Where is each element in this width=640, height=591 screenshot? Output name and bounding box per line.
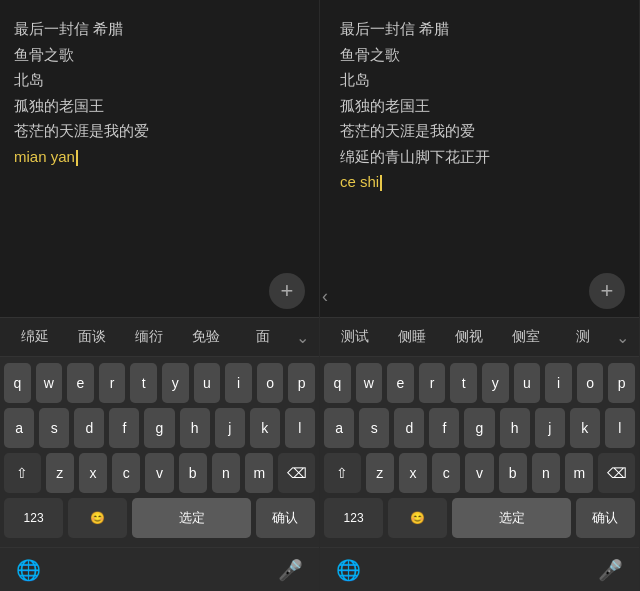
left-key-delete[interactable]: ⌫ — [278, 453, 315, 493]
right-bottom-bar: 🌐 🎤 — [320, 547, 639, 591]
left-key-k[interactable]: k — [250, 408, 280, 448]
left-key-t[interactable]: t — [130, 363, 157, 403]
right-key-r[interactable]: r — [419, 363, 446, 403]
right-key-emoji[interactable]: 😊 — [388, 498, 447, 538]
right-key-c[interactable]: c — [432, 453, 460, 493]
left-key-emoji[interactable]: 😊 — [68, 498, 127, 538]
left-bottom-bar: 🌐 🎤 — [0, 547, 319, 591]
left-keyboard: q w e r t y u i o p a s d f g h j k l ⇧ … — [0, 357, 319, 547]
left-key-space[interactable]: 选定 — [132, 498, 250, 538]
left-key-s[interactable]: s — [39, 408, 69, 448]
right-key-h[interactable]: h — [500, 408, 530, 448]
left-key-f[interactable]: f — [109, 408, 139, 448]
right-key-o[interactable]: o — [577, 363, 604, 403]
left-suggestion-5[interactable]: 面 — [235, 328, 292, 346]
left-line-2: 鱼骨之歌 — [14, 42, 305, 68]
left-line-1: 最后一封信 希腊 — [14, 16, 305, 42]
left-key-i[interactable]: i — [225, 363, 252, 403]
right-suggestion-5[interactable]: 测 — [555, 328, 612, 346]
right-globe-icon[interactable]: 🌐 — [336, 558, 361, 582]
right-typing-line: ce shi — [340, 169, 625, 195]
left-key-c[interactable]: c — [112, 453, 140, 493]
right-key-row-3: ⇧ z x c v b n m ⌫ — [324, 453, 635, 493]
left-key-o[interactable]: o — [257, 363, 284, 403]
right-key-y[interactable]: y — [482, 363, 509, 403]
left-key-y[interactable]: y — [162, 363, 189, 403]
right-key-row-2: a s d f g h j k l — [324, 408, 635, 448]
left-suggestion-4[interactable]: 免验 — [178, 328, 235, 346]
left-key-u[interactable]: u — [194, 363, 221, 403]
right-fab-button[interactable]: + — [589, 273, 625, 309]
left-key-row-2: a s d f g h j k l — [4, 408, 315, 448]
left-key-b[interactable]: b — [179, 453, 207, 493]
right-key-u[interactable]: u — [514, 363, 541, 403]
left-key-e[interactable]: e — [67, 363, 94, 403]
left-suggestion-expand[interactable]: ⌄ — [292, 328, 313, 347]
right-key-i[interactable]: i — [545, 363, 572, 403]
right-key-m[interactable]: m — [565, 453, 593, 493]
right-key-t[interactable]: t — [450, 363, 477, 403]
left-key-n[interactable]: n — [212, 453, 240, 493]
right-key-n[interactable]: n — [532, 453, 560, 493]
left-key-h[interactable]: h — [180, 408, 210, 448]
right-suggestion-3[interactable]: 侧视 — [440, 328, 497, 346]
right-key-g[interactable]: g — [464, 408, 494, 448]
right-key-s[interactable]: s — [359, 408, 389, 448]
right-suggestions-bar: 测试 侧睡 侧视 侧室 测 ⌄ — [320, 317, 639, 357]
right-key-l[interactable]: l — [605, 408, 635, 448]
left-key-j[interactable]: j — [215, 408, 245, 448]
left-key-123[interactable]: 123 — [4, 498, 63, 538]
left-key-g[interactable]: g — [144, 408, 174, 448]
right-key-q[interactable]: q — [324, 363, 351, 403]
left-key-d[interactable]: d — [74, 408, 104, 448]
left-key-w[interactable]: w — [36, 363, 63, 403]
left-key-z[interactable]: z — [46, 453, 74, 493]
right-key-w[interactable]: w — [356, 363, 383, 403]
right-key-z[interactable]: z — [366, 453, 394, 493]
left-key-row-1: q w e r t y u i o p — [4, 363, 315, 403]
right-suggestion-2[interactable]: 侧睡 — [383, 328, 440, 346]
left-key-r[interactable]: r — [99, 363, 126, 403]
left-key-m[interactable]: m — [245, 453, 273, 493]
right-key-shift[interactable]: ⇧ — [324, 453, 361, 493]
right-key-j[interactable]: j — [535, 408, 565, 448]
right-key-123[interactable]: 123 — [324, 498, 383, 538]
left-text-area: 最后一封信 希腊 鱼骨之歌 北岛 孤独的老国王 苍茫的天涯是我的爱 mian y… — [0, 0, 319, 317]
left-key-a[interactable]: a — [4, 408, 34, 448]
right-key-f[interactable]: f — [429, 408, 459, 448]
left-key-confirm[interactable]: 确认 — [256, 498, 315, 538]
left-globe-icon[interactable]: 🌐 — [16, 558, 41, 582]
right-mic-icon[interactable]: 🎤 — [598, 558, 623, 582]
left-suggestion-3[interactable]: 缅衍 — [120, 328, 177, 346]
right-keyboard: q w e r t y u i o p a s d f g h j k l ⇧ … — [320, 357, 639, 547]
right-suggestion-1[interactable]: 测试 — [326, 328, 383, 346]
left-suggestion-1[interactable]: 绵延 — [6, 328, 63, 346]
left-key-q[interactable]: q — [4, 363, 31, 403]
left-panel: 最后一封信 希腊 鱼骨之歌 北岛 孤独的老国王 苍茫的天涯是我的爱 mian y… — [0, 0, 320, 591]
right-key-k[interactable]: k — [570, 408, 600, 448]
right-line-1: 最后一封信 希腊 — [340, 16, 625, 42]
collapse-arrow-icon[interactable]: ‹ — [320, 277, 330, 314]
left-key-shift[interactable]: ⇧ — [4, 453, 41, 493]
right-key-b[interactable]: b — [499, 453, 527, 493]
right-line-3: 北岛 — [340, 67, 625, 93]
left-mic-icon[interactable]: 🎤 — [278, 558, 303, 582]
right-suggestion-expand[interactable]: ⌄ — [612, 328, 633, 347]
right-key-e[interactable]: e — [387, 363, 414, 403]
right-key-space[interactable]: 选定 — [452, 498, 570, 538]
left-key-l[interactable]: l — [285, 408, 315, 448]
right-key-confirm[interactable]: 确认 — [576, 498, 635, 538]
right-key-d[interactable]: d — [394, 408, 424, 448]
right-key-delete[interactable]: ⌫ — [598, 453, 635, 493]
right-key-v[interactable]: v — [465, 453, 493, 493]
right-key-x[interactable]: x — [399, 453, 427, 493]
left-suggestion-2[interactable]: 面谈 — [63, 328, 120, 346]
left-key-x[interactable]: x — [79, 453, 107, 493]
right-line-2: 鱼骨之歌 — [340, 42, 625, 68]
left-key-p[interactable]: p — [288, 363, 315, 403]
left-fab-button[interactable]: + — [269, 273, 305, 309]
right-key-a[interactable]: a — [324, 408, 354, 448]
left-key-v[interactable]: v — [145, 453, 173, 493]
right-suggestion-4[interactable]: 侧室 — [498, 328, 555, 346]
right-key-p[interactable]: p — [608, 363, 635, 403]
